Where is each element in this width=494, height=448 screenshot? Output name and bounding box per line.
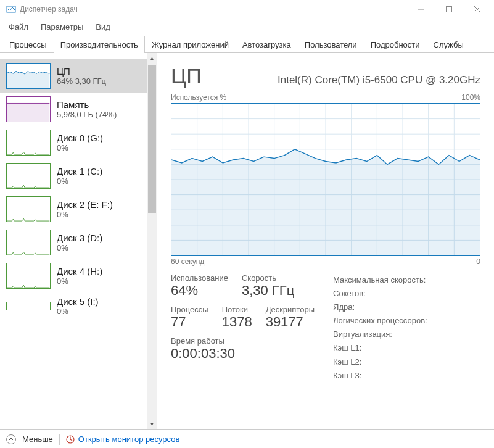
- sidebar-item-7[interactable]: Диск 5 (I:)0%: [0, 292, 147, 320]
- svg-rect-13: [7, 230, 50, 255]
- sidebar-item-sub: 0%: [57, 243, 102, 252]
- open-resource-monitor-label: Открыть монитор ресурсов: [78, 434, 179, 444]
- info-cores: Ядра:: [333, 301, 427, 314]
- sidebar-item-sub: 5,9/8,0 ГБ (74%): [57, 110, 117, 119]
- sidebar-item-sub: 0%: [57, 143, 103, 152]
- graph-top-labels: Используется % 100%: [171, 93, 480, 102]
- svg-rect-10: [7, 130, 50, 155]
- svg-marker-35: [171, 149, 480, 255]
- sidebar-item-text: Диск 0 (G:)0%: [57, 133, 103, 152]
- menu-view[interactable]: Вид: [91, 20, 115, 34]
- scroll-down-icon[interactable]: ▼: [147, 419, 157, 429]
- thumb-graph: [6, 96, 51, 122]
- stat-handles-label: Дескрипторы: [266, 305, 315, 314]
- tab-startup[interactable]: Автозагрузка: [236, 36, 298, 53]
- maximize-button[interactable]: [435, 0, 463, 19]
- stat-uptime-value: 0:00:03:30: [171, 346, 315, 362]
- tab-performance[interactable]: Производительность: [54, 36, 145, 53]
- sidebar-item-2[interactable]: Диск 0 (G:)0%: [0, 126, 147, 159]
- info-list: Максимальная скорость: Сокетов: Ядра: Ло…: [333, 273, 427, 383]
- sidebar-item-label: Диск 1 (C:): [57, 166, 102, 176]
- stat-processes-value: 77: [171, 314, 208, 330]
- sidebar: ЦП64% 3,30 ГГцПамять5,9/8,0 ГБ (74%)Диск…: [0, 53, 157, 429]
- resource-monitor-icon: [66, 435, 75, 444]
- thumb-graph: [6, 302, 51, 310]
- stats-area: Использование 64% Скорость 3,30 ГГц Проц…: [171, 273, 480, 383]
- detail-header: ЦП Intel(R) Core(TM) i5-6500 CPU @ 3.20G…: [171, 64, 480, 88]
- sidebar-item-sub: 0%: [57, 176, 102, 186]
- thumb-graph: [6, 230, 51, 255]
- sidebar-item-label: Диск 4 (H:): [57, 266, 102, 276]
- collapse-icon[interactable]: [6, 434, 16, 444]
- app-icon: [6, 4, 16, 14]
- thumb-graph: [6, 163, 51, 189]
- svg-rect-8: [7, 103, 50, 122]
- thumb-graph: [6, 130, 51, 156]
- svg-rect-12: [7, 197, 50, 222]
- sidebar-item-text: Диск 4 (H:)0%: [57, 266, 102, 286]
- thumb-graph: [6, 63, 51, 89]
- divider: [59, 434, 60, 445]
- stat-processes-label: Процессы: [171, 305, 208, 314]
- detail-subtitle: Intel(R) Core(TM) i5-6500 CPU @ 3.20GHz: [218, 74, 480, 86]
- sidebar-item-label: Диск 5 (I:): [57, 296, 99, 307]
- sidebar-item-3[interactable]: Диск 1 (C:)0%: [0, 159, 147, 193]
- graph-label-left: Используется %: [171, 93, 226, 102]
- info-virt: Виртуализация:: [333, 328, 427, 341]
- open-resource-monitor-link[interactable]: Открыть монитор ресурсов: [66, 434, 179, 444]
- axis-left: 60 секунд: [171, 257, 204, 266]
- less-button[interactable]: Меньше: [22, 434, 53, 444]
- sidebar-item-4[interactable]: Диск 2 (E: F:)0%: [0, 193, 147, 226]
- svg-marker-6: [7, 71, 50, 88]
- stat-threads-label: Потоки: [222, 305, 252, 314]
- stat-speed: Скорость 3,30 ГГц: [242, 273, 294, 299]
- stat-handles-value: 39177: [266, 314, 315, 330]
- scroll-thumb[interactable]: [148, 65, 156, 213]
- tab-details[interactable]: Подробности: [364, 36, 427, 53]
- window-controls: [406, 0, 492, 19]
- sidebar-item-6[interactable]: Диск 4 (H:)0%: [0, 259, 147, 292]
- sidebar-item-5[interactable]: Диск 3 (D:)0%: [0, 226, 147, 259]
- stats-left: Использование 64% Скорость 3,30 ГГц Проц…: [171, 273, 315, 383]
- sidebar-item-label: ЦП: [57, 66, 106, 77]
- stat-usage: Использование 64%: [171, 273, 228, 299]
- svg-rect-11: [7, 164, 50, 188]
- stat-handles: Дескрипторы 39177: [266, 305, 315, 330]
- sidebar-item-label: Диск 3 (D:): [57, 233, 102, 243]
- info-sockets: Сокетов:: [333, 287, 427, 301]
- sidebar-item-text: ЦП64% 3,30 ГГц: [57, 66, 106, 86]
- detail-panel: ЦП Intel(R) Core(TM) i5-6500 CPU @ 3.20G…: [157, 53, 494, 429]
- tab-users[interactable]: Пользователи: [298, 36, 364, 53]
- info-l1: Кэш L1:: [333, 341, 427, 355]
- scroll-up-icon[interactable]: ▲: [147, 53, 157, 64]
- sidebar-item-sub: 64% 3,30 ГГц: [57, 77, 106, 86]
- tab-services[interactable]: Службы: [427, 36, 471, 53]
- stat-speed-label: Скорость: [242, 273, 294, 283]
- content-area: ЦП64% 3,30 ГГцПамять5,9/8,0 ГБ (74%)Диск…: [0, 53, 494, 429]
- thumb-graph: [6, 196, 51, 222]
- info-l3: Кэш L3:: [333, 369, 427, 383]
- close-button[interactable]: [463, 0, 492, 19]
- stat-usage-value: 64%: [171, 283, 228, 299]
- tab-bar: Процессы Производительность Журнал прило…: [0, 35, 494, 53]
- tab-processes[interactable]: Процессы: [2, 36, 54, 53]
- sidebar-scrollbar[interactable]: ▲ ▼: [147, 53, 157, 429]
- stat-usage-label: Использование: [171, 273, 228, 283]
- thumb-graph: [6, 263, 51, 289]
- sidebar-item-text: Диск 1 (C:)0%: [57, 166, 102, 186]
- sidebar-item-sub: 0%: [57, 307, 99, 316]
- stat-threads: Потоки 1378: [222, 305, 252, 330]
- sidebar-item-1[interactable]: Память5,9/8,0 ГБ (74%): [0, 93, 147, 126]
- sidebar-item-sub: 0%: [57, 210, 113, 219]
- svg-line-38: [70, 439, 72, 441]
- sidebar-item-label: Диск 2 (E: F:): [57, 199, 113, 210]
- window-title: Диспетчер задач: [20, 5, 406, 14]
- sidebar-list: ЦП64% 3,30 ГГцПамять5,9/8,0 ГБ (74%)Диск…: [0, 53, 147, 429]
- menu-file[interactable]: Файл: [4, 20, 33, 34]
- minimize-button[interactable]: [406, 0, 435, 19]
- menu-options[interactable]: Параметры: [36, 20, 88, 34]
- sidebar-item-0[interactable]: ЦП64% 3,30 ГГц: [0, 59, 147, 93]
- menu-bar: Файл Параметры Вид: [0, 19, 494, 35]
- stat-speed-value: 3,30 ГГц: [242, 283, 294, 299]
- tab-app-history[interactable]: Журнал приложений: [145, 36, 236, 53]
